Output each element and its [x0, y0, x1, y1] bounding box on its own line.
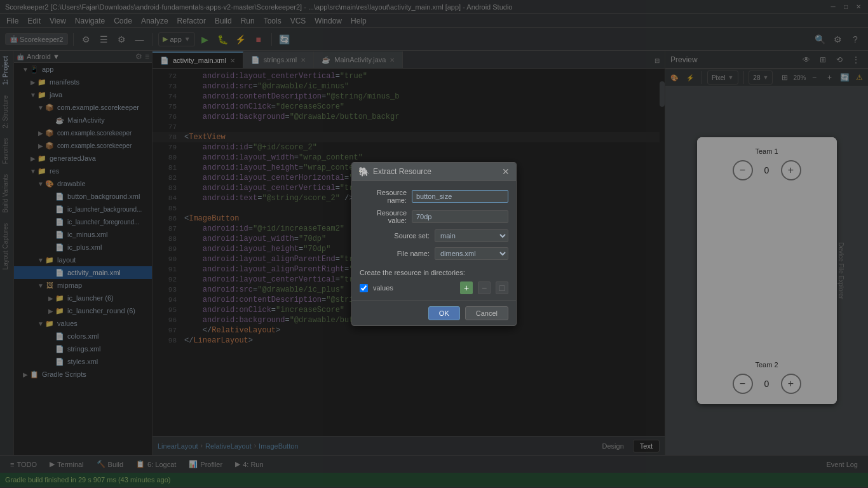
dialog-overlay: 🐘 Extract Resource ✕ Resource name: Reso… — [0, 0, 868, 488]
resource-value-row: Resource value: — [360, 209, 508, 224]
resource-value-input[interactable] — [412, 210, 508, 223]
file-name-select[interactable]: dimens.xml — [435, 247, 508, 260]
dialog-ok-button[interactable]: OK — [428, 306, 460, 320]
source-set-row: Source set: main — [360, 229, 508, 242]
dialog-title-text: Extract Resource — [373, 167, 431, 176]
resource-name-row: Resource name: — [360, 189, 508, 204]
dialog-body: Resource name: Resource value: Source se… — [352, 181, 516, 301]
resource-name-input[interactable] — [412, 190, 508, 203]
dialog-elephant-icon: 🐘 — [358, 166, 369, 177]
values-checkbox[interactable] — [360, 284, 368, 292]
dialog-cancel-button[interactable]: Cancel — [465, 306, 508, 320]
dialog-close-button[interactable]: ✕ — [502, 166, 510, 177]
extract-resource-dialog: 🐘 Extract Resource ✕ Resource name: Reso… — [351, 162, 517, 326]
dialog-footer: OK Cancel — [352, 301, 516, 325]
resource-value-label: Resource value: — [360, 209, 407, 224]
file-name-label: File name: — [360, 250, 430, 257]
resource-name-label: Resource name: — [360, 189, 407, 204]
dialog-title-bar: 🐘 Extract Resource ✕ — [352, 163, 516, 181]
source-set-label: Source set: — [360, 232, 430, 240]
values-label: values — [373, 284, 393, 292]
file-name-row: File name: dimens.xml — [360, 247, 508, 260]
create-label: Create the resource in directories: — [360, 268, 508, 278]
remove-directory-button[interactable]: − — [478, 281, 491, 294]
dialog-title: 🐘 Extract Resource — [358, 166, 431, 177]
add-directory-button[interactable]: + — [460, 281, 473, 294]
file-name-select-wrap: dimens.xml — [435, 247, 508, 260]
source-set-select-wrap: main — [435, 229, 508, 242]
edit-directory-button[interactable]: □ — [496, 281, 508, 294]
create-section: Create the resource in directories: valu… — [360, 268, 508, 295]
source-set-select[interactable]: main — [435, 229, 508, 242]
directory-row: values + − □ — [360, 280, 508, 295]
